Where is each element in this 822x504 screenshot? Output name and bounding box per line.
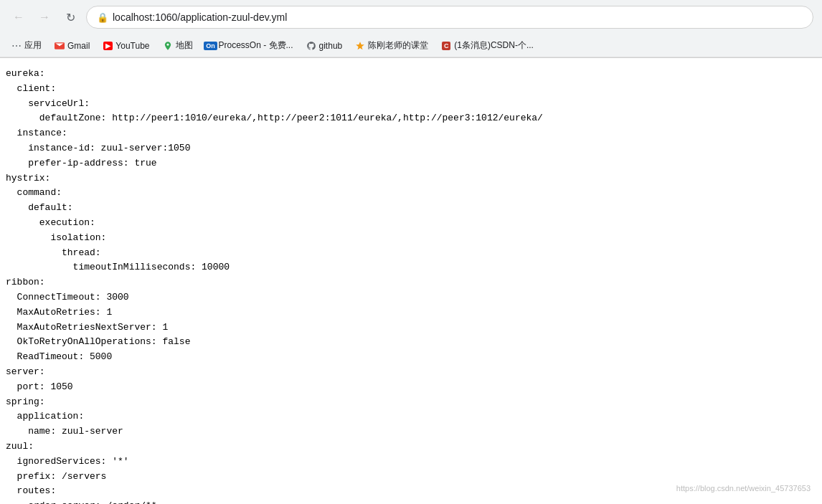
bookmarks-bar: ⋯ 应用 Gmail ▶ YouTube 地图 On <box>0 34 822 57</box>
svg-marker-2 <box>356 42 364 49</box>
bookmark-gmail-label: Gmail <box>67 41 90 51</box>
bookmark-chen[interactable]: 陈刚老师的课堂 <box>349 37 434 54</box>
bookmark-maps-label: 地图 <box>176 39 193 52</box>
bookmark-csdn-label: (1条消息)CSDN-个... <box>454 39 534 52</box>
bookmark-apps-label: 应用 <box>24 39 42 52</box>
yaml-content: eureka: client: serviceUrl: defaultZone:… <box>6 67 816 504</box>
svg-point-1 <box>166 43 169 45</box>
bookmark-gmail[interactable]: Gmail <box>49 39 95 53</box>
back-button[interactable]: ← <box>9 7 29 27</box>
content-area: eureka: client: serviceUrl: defaultZone:… <box>0 58 822 504</box>
bookmark-github-label: github <box>319 41 343 51</box>
browser-chrome: ← → ↻ 🔒 localhost:1060/application-zuul-… <box>0 0 822 58</box>
bookmark-maps[interactable]: 地图 <box>157 37 199 54</box>
bookmark-processon[interactable]: On ProcessOn - 免费... <box>200 37 299 54</box>
yaml-text: eureka: client: serviceUrl: defaultZone:… <box>6 67 816 504</box>
bookmark-apps[interactable]: ⋯ 应用 <box>6 37 47 54</box>
bookmark-chen-label: 陈刚老师的课堂 <box>368 39 428 52</box>
github-icon <box>306 41 316 51</box>
bookmark-github[interactable]: github <box>301 39 349 53</box>
forward-button[interactable]: → <box>34 7 55 27</box>
gmail-icon <box>55 41 65 51</box>
lock-icon: 🔒 <box>97 12 108 23</box>
reload-button[interactable]: ↻ <box>60 7 80 27</box>
maps-icon <box>163 41 173 51</box>
processon-icon: On <box>206 41 216 51</box>
bookmark-csdn[interactable]: C (1条消息)CSDN-个... <box>435 37 539 54</box>
bookmark-youtube[interactable]: ▶ YouTube <box>97 39 155 53</box>
chen-icon <box>355 41 365 51</box>
watermark: https://blog.csdn.net/weixin_45737653 <box>676 484 811 493</box>
bookmark-processon-label: ProcessOn - 免费... <box>219 39 293 52</box>
address-bar[interactable]: 🔒 localhost:1060/application-zuul-dev.ym… <box>86 6 813 29</box>
url-text: localhost:1060/application-zuul-dev.yml <box>113 11 287 23</box>
csdn-icon: C <box>441 41 451 51</box>
youtube-icon: ▶ <box>103 41 113 51</box>
apps-icon: ⋯ <box>11 41 22 51</box>
bookmark-youtube-label: YouTube <box>115 41 149 51</box>
nav-bar: ← → ↻ 🔒 localhost:1060/application-zuul-… <box>0 0 822 34</box>
